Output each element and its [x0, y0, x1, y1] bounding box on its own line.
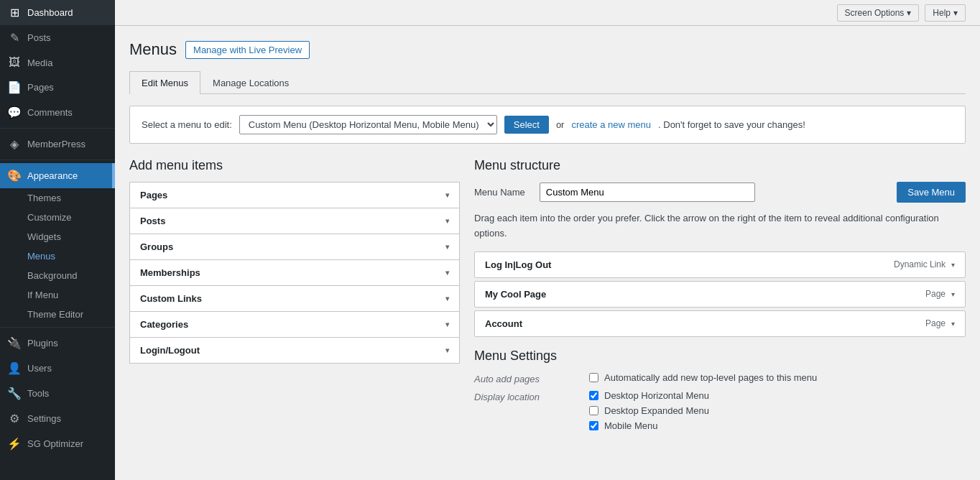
- live-preview-button[interactable]: Manage with Live Preview: [185, 41, 310, 59]
- location-desktop-horizontal-label: Desktop Horizontal Menu: [604, 390, 709, 401]
- accordion-header-groups[interactable]: Groups ▾: [130, 234, 459, 259]
- menu-item-type-my-cool-page: Page: [925, 289, 946, 299]
- sidebar-label-dashboard: Dashboard: [27, 7, 108, 18]
- accordion-arrow-posts: ▾: [445, 217, 449, 225]
- help-chevron-icon: ▾: [953, 8, 958, 18]
- dont-forget-text: . Don't forget to save your changes!: [658, 119, 805, 130]
- sidebar-item-comments[interactable]: 💬 Comments: [0, 100, 115, 125]
- sidebar-divider-2: [0, 160, 115, 160]
- two-column-layout: Add menu items Pages ▾ Posts ▾ Groups: [129, 158, 966, 437]
- menu-select-dropdown[interactable]: Custom Menu (Desktop Horizontal Menu, Mo…: [239, 115, 497, 134]
- sidebar-item-posts[interactable]: ✎ Posts: [0, 25, 115, 50]
- drag-instruction: Drag each item into the order you prefer…: [474, 211, 966, 241]
- sidebar-item-dashboard[interactable]: ⊞ Dashboard: [0, 0, 115, 25]
- tab-edit-menus[interactable]: Edit Menus: [129, 71, 200, 94]
- sidebar-sub-themes[interactable]: Themes: [0, 188, 115, 208]
- menu-item-expand-my-cool-page[interactable]: ▾: [951, 290, 955, 298]
- location-desktop-expanded-label: Desktop Expanded Menu: [604, 405, 709, 416]
- sidebar-sub-menus[interactable]: Menus: [0, 246, 115, 266]
- sidebar-label-tools: Tools: [27, 388, 108, 399]
- accordion-custom-links: Custom Links ▾: [129, 285, 460, 312]
- sidebar-item-pages[interactable]: 📄 Pages: [0, 75, 115, 100]
- auto-add-pages-row: Auto add pages Automatically add new top…: [474, 372, 966, 384]
- help-label: Help: [933, 8, 951, 18]
- sidebar-item-sg-optimizer[interactable]: ⚡ SG Optimizer: [0, 431, 115, 456]
- accordion-header-categories[interactable]: Categories ▾: [130, 312, 459, 337]
- menu-item-expand-account[interactable]: ▾: [951, 320, 955, 328]
- location-desktop-expanded-row: Desktop Expanded Menu: [589, 405, 709, 416]
- sidebar-sub-theme-editor[interactable]: Theme Editor: [0, 305, 115, 324]
- screen-options-button[interactable]: Screen Options ▾: [837, 4, 920, 22]
- accordion-arrow-login-logout: ▾: [445, 346, 449, 354]
- sidebar-label-appearance: Appearance: [27, 170, 108, 181]
- sidebar-sub-label-customize: Customize: [27, 212, 71, 223]
- menu-name-label: Menu Name: [474, 187, 525, 198]
- accordion-header-posts[interactable]: Posts ▾: [130, 208, 459, 234]
- add-menu-items-panel: Add menu items Pages ▾ Posts ▾ Groups: [129, 158, 460, 363]
- sidebar-item-settings[interactable]: ⚙ Settings: [0, 406, 115, 431]
- sidebar-label-users: Users: [27, 363, 108, 374]
- sidebar-label-pages: Pages: [27, 82, 108, 93]
- sidebar-sub-label-if-menu: If Menu: [27, 290, 58, 300]
- accordion-header-pages[interactable]: Pages ▾: [130, 183, 459, 208]
- menu-item-type-account: Page: [925, 318, 946, 328]
- menu-item-my-cool-page[interactable]: My Cool Page Page ▾: [474, 281, 966, 308]
- sidebar-sub-background[interactable]: Background: [0, 266, 115, 285]
- auto-add-pages-values: Automatically add new top-level pages to…: [589, 372, 817, 384]
- accordion-arrow-groups: ▾: [445, 243, 449, 251]
- menu-item-log-in-out[interactable]: Log In|Log Out Dynamic Link ▾: [474, 251, 966, 278]
- accordion-arrow-custom-links: ▾: [445, 295, 449, 303]
- select-or-text: or: [556, 119, 565, 130]
- save-menu-button[interactable]: Save Menu: [897, 182, 966, 203]
- create-menu-label: create a new menu: [571, 119, 651, 130]
- menu-item-label-my-cool-page: My Cool Page: [485, 289, 546, 300]
- appearance-icon: 🎨: [7, 169, 22, 183]
- accordion-header-memberships[interactable]: Memberships ▾: [130, 260, 459, 285]
- accordion-arrow-pages: ▾: [445, 191, 449, 199]
- select-menu-row: Select a menu to edit: Custom Menu (Desk…: [129, 106, 966, 144]
- menu-item-expand-log-in-out[interactable]: ▾: [951, 261, 955, 269]
- location-mobile-menu-checkbox[interactable]: [589, 421, 598, 430]
- auto-add-checkbox-label: Automatically add new top-level pages to…: [604, 372, 817, 383]
- auto-add-checkbox[interactable]: [589, 373, 598, 382]
- tab-manage-locations[interactable]: Manage Locations: [200, 71, 301, 94]
- sidebar-sub-widgets[interactable]: Widgets: [0, 227, 115, 246]
- display-location-label: Display location: [474, 390, 568, 431]
- sidebar-item-appearance[interactable]: 🎨 Appearance: [0, 163, 115, 188]
- sidebar-sub-label-menus: Menus: [27, 251, 55, 262]
- add-menu-items-title: Add menu items: [129, 158, 460, 173]
- accordion-header-login-logout[interactable]: Login/Logout ▾: [130, 338, 459, 363]
- location-desktop-expanded-checkbox[interactable]: [589, 406, 598, 415]
- create-new-menu-link[interactable]: create a new menu: [571, 119, 651, 130]
- sidebar-sub-customize[interactable]: Customize: [0, 208, 115, 227]
- sidebar-item-tools[interactable]: 🔧 Tools: [0, 381, 115, 406]
- comments-icon: 💬: [7, 106, 22, 119]
- help-button[interactable]: Help ▾: [925, 4, 966, 22]
- sidebar-label-media: Media: [27, 57, 108, 68]
- accordion-login-logout: Login/Logout ▾: [129, 337, 460, 364]
- location-desktop-horizontal-row: Desktop Horizontal Menu: [589, 390, 709, 401]
- topbar: Screen Options ▾ Help ▾: [115, 0, 980, 26]
- tools-icon: 🔧: [7, 387, 22, 400]
- menu-settings-section: Menu Settings Auto add pages Automatical…: [474, 349, 966, 431]
- sidebar-item-users[interactable]: 👤 Users: [0, 356, 115, 381]
- sidebar-item-media[interactable]: 🖼 Media: [0, 50, 115, 75]
- accordion-categories: Categories ▾: [129, 311, 460, 338]
- auto-add-checkbox-row: Automatically add new top-level pages to…: [589, 372, 817, 383]
- sidebar-item-plugins[interactable]: 🔌 Plugins: [0, 331, 115, 356]
- accordion-arrow-categories: ▾: [445, 320, 449, 328]
- accordion-header-custom-links[interactable]: Custom Links ▾: [130, 286, 459, 311]
- tab-manage-locations-label: Manage Locations: [213, 78, 289, 88]
- sidebar-sub-label-theme-editor: Theme Editor: [27, 309, 83, 320]
- accordion-pages: Pages ▾: [129, 182, 460, 208]
- sidebar-sub-if-menu[interactable]: If Menu: [0, 285, 115, 305]
- dashboard-icon: ⊞: [7, 6, 22, 19]
- select-button[interactable]: Select: [504, 116, 549, 134]
- menu-structure-title: Menu structure: [474, 158, 966, 173]
- sidebar-item-memberpress[interactable]: ◈ MemberPress: [0, 131, 115, 157]
- menu-name-input[interactable]: [540, 183, 755, 202]
- menu-item-account[interactable]: Account Page ▾: [474, 310, 966, 337]
- sidebar-label-plugins: Plugins: [27, 338, 108, 349]
- page-content: Menus Manage with Live Preview Edit Menu…: [115, 26, 980, 480]
- location-desktop-horizontal-checkbox[interactable]: [589, 391, 598, 400]
